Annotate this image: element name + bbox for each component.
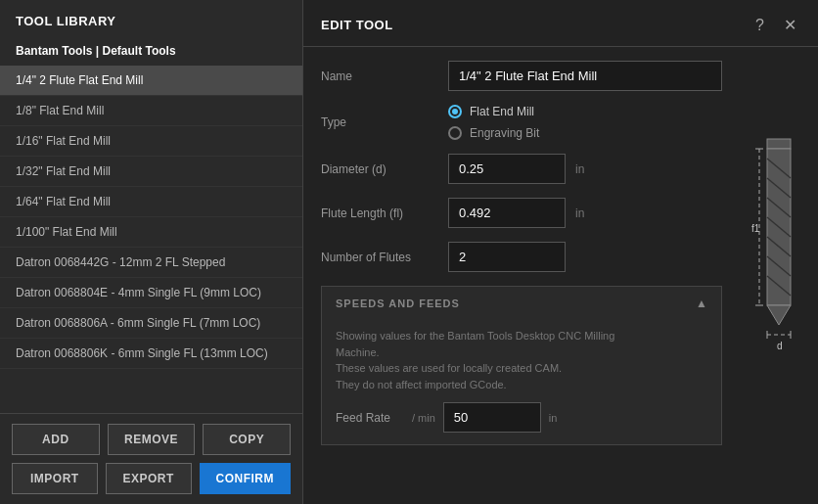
svg-rect-0 [767,139,791,149]
add-button[interactable]: ADD [12,424,100,455]
copy-button[interactable]: COPY [203,424,291,455]
radio-option-label: Flat End Mill [470,105,534,118]
name-label: Name [321,69,438,83]
speeds-chevron-icon: ▲ [696,297,707,310]
radio-option[interactable]: Flat End Mill [448,105,539,118]
right-content: Name Type Flat End MillEngraving Bit Dia… [303,47,818,504]
name-input[interactable] [448,61,722,91]
speeds-title: SPEEDS AND FEEDS [336,298,460,309]
tool-list: 1/4" 2 Flute Flat End Mill1/8" Flat End … [0,66,302,413]
svg-marker-9 [767,305,791,325]
diameter-row: Diameter (d) in [321,154,722,184]
num-flutes-label: Number of Flutes [321,251,438,264]
section-label: Bantam Tools | Default Tools [0,38,302,66]
feed-rate-unit: / min [412,412,435,424]
tool-diagram: f1 d [740,47,818,504]
feed-rate-row: Feed Rate / min in [336,402,707,433]
right-title: EDIT TOOL [321,18,393,32]
export-button[interactable]: EXPORT [106,463,192,494]
diameter-label: Diameter (d) [321,162,438,176]
right-panel: EDIT TOOL ? ✕ Name Type Flat End MillEng… [303,0,818,504]
speeds-note: Showing values for the Bantam Tools Desk… [336,328,707,392]
speeds-header[interactable]: SPEEDS AND FEEDS ▲ [322,287,721,320]
type-radio-group: Flat End MillEngraving Bit [448,105,539,140]
radio-option[interactable]: Engraving Bit [448,126,539,140]
feed-rate-input[interactable] [443,402,541,433]
import-button[interactable]: IMPORT [12,463,98,494]
flute-length-unit: in [575,206,595,220]
right-header: EDIT TOOL ? ✕ [303,0,818,47]
tool-list-item[interactable]: 1/8" Flat End Mill [0,96,302,126]
svg-text:f1: f1 [751,223,760,234]
radio-option-label: Engraving Bit [470,126,539,140]
type-label: Type [321,115,438,129]
num-flutes-row: Number of Flutes [321,242,722,272]
flute-length-row: Flute Length (fl) in [321,198,722,228]
tool-list-item[interactable]: 1/32" Flat End Mill [0,157,302,187]
type-row: Type Flat End MillEngraving Bit [321,105,722,140]
svg-text:d: d [777,341,783,351]
header-icons: ? ✕ [751,14,800,36]
diameter-input[interactable] [448,154,566,184]
feed-rate-out-unit: in [549,412,558,424]
tool-list-item[interactable]: Datron 0068442G - 12mm 2 FL Stepped [0,248,302,278]
speeds-body: Showing values for the Bantam Tools Desk… [322,320,721,444]
help-icon[interactable]: ? [751,15,768,36]
remove-button[interactable]: REMOVE [108,424,196,455]
flute-length-input[interactable] [448,198,566,228]
tool-svg: f1 d [750,129,808,423]
tool-list-item[interactable]: Datron 0068804E - 4mm Single FL (9mm LOC… [0,278,302,308]
panel-title: TOOL LIBRARY [0,0,302,38]
left-bottom: ADD REMOVE COPY IMPORT EXPORT CONFIRM [0,413,302,504]
secondary-btn-row: IMPORT EXPORT CONFIRM [12,463,291,494]
tool-list-item[interactable]: 1/4" 2 Flute Flat End Mill [0,66,302,96]
name-row: Name [321,61,722,91]
confirm-button[interactable]: CONFIRM [200,463,292,494]
primary-btn-row: ADD REMOVE COPY [12,424,291,455]
radio-circle-icon [448,105,462,118]
left-panel: TOOL LIBRARY Bantam Tools | Default Tool… [0,0,303,504]
speeds-section: SPEEDS AND FEEDS ▲ Showing values for th… [321,286,722,445]
tool-list-item[interactable]: Datron 0068806A - 6mm Single FL (7mm LOC… [0,308,302,339]
tool-list-item[interactable]: Datron 0068806K - 6mm Single FL (13mm LO… [0,339,302,369]
close-icon[interactable]: ✕ [780,14,800,36]
feed-rate-label: Feed Rate [336,411,404,425]
diameter-unit: in [575,162,595,176]
form-area: Name Type Flat End MillEngraving Bit Dia… [303,47,740,504]
radio-circle-icon [448,126,462,140]
tool-list-item[interactable]: 1/16" Flat End Mill [0,126,302,157]
num-flutes-input[interactable] [448,242,566,272]
tool-list-item[interactable]: 1/64" Flat End Mill [0,187,302,217]
tool-list-item[interactable]: 1/100" Flat End Mill [0,217,302,248]
flute-length-label: Flute Length (fl) [321,206,438,220]
